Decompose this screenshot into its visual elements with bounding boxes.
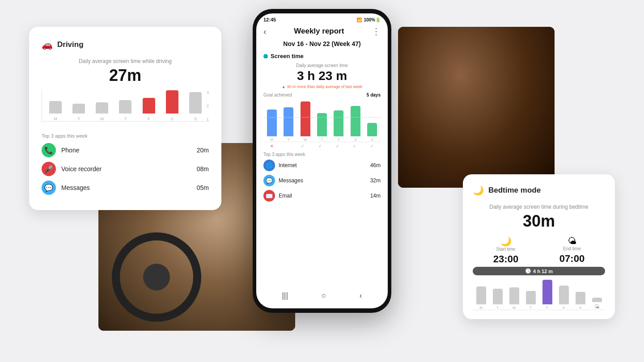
bedtime-bar-col: F <box>542 280 552 310</box>
bedtime-bar-col: S <box>576 292 585 310</box>
driving-bar-col: W <box>96 102 108 121</box>
bedtime-bar-col: T <box>526 291 536 310</box>
steering-wheel <box>112 232 201 322</box>
driving-bar-chart: 321 MTWTFSS <box>42 90 209 126</box>
driving-card-header: 🚗 Driving <box>42 39 209 50</box>
driving-app-row: 📞 Phone 20m <box>42 143 209 157</box>
clock-icon: 🕓 <box>525 268 531 274</box>
bedtime-duration-badge: 🕓 4 h 12 m <box>473 267 605 275</box>
bedtime-end-col: 🌤 End time 07:00 <box>559 236 585 265</box>
phone-nav-bar: ||| ○ ‹ <box>256 288 388 303</box>
phone-app-icon: 💬 <box>263 175 275 186</box>
app-name: Voice recorder <box>61 165 197 173</box>
bedtime-bar-col: 🌤 <box>592 298 602 310</box>
phone-more-icon[interactable]: ⋮ <box>372 26 381 37</box>
bedtime-stat-label: Daily average screen time during bedtime <box>473 204 605 210</box>
phone-app-name: Messages <box>279 177 370 184</box>
phone-nav-home[interactable]: ○ <box>322 291 326 300</box>
phone-time: 12:45 <box>263 17 276 22</box>
bedtime-bar-col: M <box>476 286 486 310</box>
driving-top3-label: Top 3 apps this week <box>42 133 209 139</box>
phone-bar-day-icon: ✓ <box>336 144 339 148</box>
bedtime-bar-col: S <box>559 286 569 310</box>
driving-app-row: 🎤 Voice recorder 08m <box>42 162 209 176</box>
phone-status-bar: 12:45 📶 100%🔋 <box>256 13 388 24</box>
phone-bar-day-icon: ✓ <box>370 144 374 148</box>
phone-bar-day-icon: ✓ <box>318 144 322 148</box>
phone-app-icon: ✉️ <box>263 190 275 202</box>
driving-card-title: Driving <box>57 40 84 49</box>
bedtime-bar-chart: MTWTFSS🌤 <box>473 279 605 310</box>
driving-card: 🚗 Driving Daily average screen time whil… <box>29 27 221 210</box>
bedtime-bar-col: T <box>493 289 503 310</box>
driving-apps-list: 📞 Phone 20m 🎤 Voice recorder 08m 💬 Messa… <box>42 143 209 195</box>
battery-icon: 100%🔋 <box>364 17 381 22</box>
phone-bar-col: F <box>334 110 343 142</box>
driving-stat-label: Daily average screen time while driving <box>42 58 209 64</box>
phone-app-time: 32m <box>370 177 381 184</box>
phone-bar-col: T <box>284 107 293 142</box>
phone-status-icons: 📶 100%🔋 <box>356 17 381 22</box>
bedtime-end-time: 07:00 <box>559 253 585 265</box>
driving-app-row: 💬 Messages 05m <box>42 181 209 195</box>
phone-week: Nov 16 - Nov 22 (Week 47) <box>263 40 381 47</box>
phone-mockup: 12:45 📶 100%🔋 ‹ Weekly report ⋮ Nov 16 -… <box>253 9 391 313</box>
app-name: Messages <box>61 184 197 191</box>
phone-section-header: Screen time <box>263 53 381 59</box>
driving-icon: 🚗 <box>42 39 53 50</box>
phone-nav-recents[interactable]: ||| <box>282 291 288 300</box>
phone-app-name: Email <box>279 193 370 199</box>
phone-goal-row: Goal achieved 5 days <box>263 93 381 97</box>
phone-screen: 12:45 📶 100%🔋 ‹ Weekly report ⋮ Nov 16 -… <box>256 13 388 308</box>
driving-bar-col: T <box>119 100 131 121</box>
bedtime-duration-text: 4 h 12 m <box>533 269 553 274</box>
sun-icon: 🌤 <box>559 236 585 246</box>
app-time: 20m <box>197 147 209 154</box>
phone-bar-chart: MTWTFSS <box>263 102 381 142</box>
wifi-icon: 📶 <box>356 17 362 22</box>
app-time: 08m <box>197 165 209 173</box>
phone-app-row: 💬 Messages 32m <box>263 175 381 186</box>
phone-bar-col: M <box>267 109 277 142</box>
driving-top3: Top 3 apps this week 📞 Phone 20m 🎤 Voice… <box>42 133 209 195</box>
bedtime-card-title: Bedtime mode <box>488 186 541 195</box>
phone-app-icon: 🌐 <box>263 160 275 171</box>
phone-back-icon[interactable]: ‹ <box>263 26 267 37</box>
phone-apps-list: 🌐 Internet 46m 💬 Messages 32m ✉️ Email 1… <box>263 160 381 202</box>
bedtime-start-col: 🌙 Start time 23:00 <box>493 236 518 265</box>
driving-chart-axis: 321 <box>207 90 209 122</box>
phone-top-bar: ‹ Weekly report ⋮ <box>263 24 381 40</box>
phone-chart-dashed-line <box>263 117 381 118</box>
phone-app-time: 14m <box>370 193 381 199</box>
phone-bar-day-icon: ✓ <box>301 144 305 148</box>
phone-bar-icons: ✕✓✓✓✓✓ <box>263 144 381 148</box>
bedtime-bar-col: W <box>509 287 519 310</box>
phone-app-name: Internet <box>279 162 370 168</box>
phone-bar-col: W <box>301 101 310 142</box>
driving-bar-col: T <box>72 104 85 121</box>
phone-content: ‹ Weekly report ⋮ Nov 16 - Nov 22 (Week … <box>256 24 388 279</box>
phone-stat-value: 3 h 23 m <box>263 69 381 83</box>
phone-bar-day-icon: ✕ <box>270 144 274 148</box>
driving-bar-col: F <box>143 98 155 121</box>
driving-bar-col: M <box>49 101 62 121</box>
app-time: 05m <box>197 184 209 191</box>
driving-chart-bars: MTWTFSS <box>42 90 209 122</box>
driving-stat-value: 27m <box>42 66 209 85</box>
app-icon: 💬 <box>42 181 56 195</box>
phone-stat-label: Daily average screen time <box>263 63 381 68</box>
phone-app-row: ✉️ Email 14m <box>263 190 381 202</box>
app-icon: 📞 <box>42 143 56 157</box>
bg-sleeping-photo <box>398 27 555 188</box>
bedtime-times: 🌙 Start time 23:00 🌤 End time 07:00 <box>473 236 605 265</box>
screen-time-dot <box>263 54 268 59</box>
phone-top3-label: Top 3 apps this week <box>263 152 381 157</box>
app-icon: 🎤 <box>42 162 56 176</box>
phone-report-title: Weekly report <box>294 27 344 36</box>
moon-icon: 🌙 <box>493 236 518 247</box>
bedtime-card: 🌙 Bedtime mode Daily average screen time… <box>463 174 615 319</box>
bedtime-start-label: Start time <box>493 247 518 252</box>
phone-nav-back[interactable]: ‹ <box>360 291 362 300</box>
phone-bar-col: S <box>367 123 377 142</box>
phone-app-row: 🌐 Internet 46m <box>263 160 381 171</box>
